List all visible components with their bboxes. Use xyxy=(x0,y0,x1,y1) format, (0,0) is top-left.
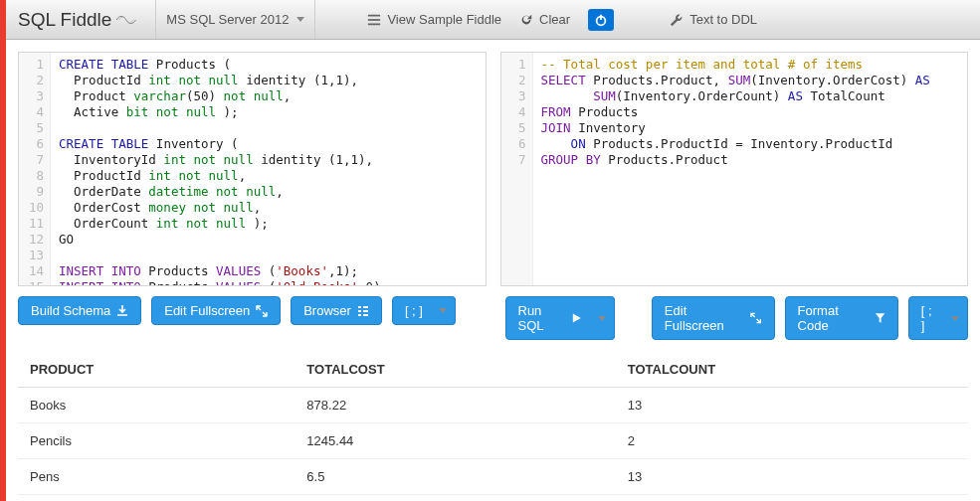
brand[interactable]: SQL Fiddle xyxy=(18,9,139,31)
schema-terminator-caret[interactable] xyxy=(431,296,456,325)
svg-rect-6 xyxy=(363,306,368,308)
clear-button[interactable]: Clear xyxy=(519,12,570,27)
refresh-icon xyxy=(519,13,533,27)
query-terminator-button[interactable]: [ ; ] xyxy=(908,296,968,340)
db-engine-label: MS SQL Server 2012 xyxy=(166,12,289,27)
table-cell: Books xyxy=(18,388,294,423)
brand-swirl-icon xyxy=(115,12,139,28)
schema-gutter: 123456789101112131415161718 xyxy=(19,53,51,285)
chevron-down-icon xyxy=(951,316,959,321)
table-cell: 878.22 xyxy=(294,388,615,423)
expand-icon xyxy=(256,305,268,317)
format-code-button[interactable]: Format Code xyxy=(785,296,898,340)
svg-rect-0 xyxy=(368,14,380,16)
browser-button[interactable]: Browser xyxy=(291,296,382,325)
play-icon xyxy=(571,312,582,324)
view-sample-fiddle-button[interactable]: View Sample Fiddle xyxy=(367,12,501,27)
table-cell: Pens xyxy=(18,459,294,495)
query-editor[interactable]: 1234567 -- Total cost per item and total… xyxy=(500,52,969,286)
db-engine-select[interactable]: MS SQL Server 2012 xyxy=(155,0,315,39)
run-sql-caret[interactable] xyxy=(590,296,615,340)
view-sample-label: View Sample Fiddle xyxy=(387,12,501,27)
table-cell: Pencils xyxy=(18,423,294,459)
schema-terminator-label: [ ; ] xyxy=(405,303,423,318)
query-button-row: Run SQL Edit Fullscreen Format Code [ ; … xyxy=(493,292,981,352)
svg-rect-9 xyxy=(358,314,361,316)
download-icon xyxy=(116,305,128,317)
edit-fullscreen-right-button[interactable]: Edit Fullscreen xyxy=(652,296,775,340)
chevron-down-icon xyxy=(598,316,606,321)
run-sql-label: Run SQL xyxy=(518,303,566,333)
build-schema-label: Build Schema xyxy=(31,303,110,318)
svg-rect-8 xyxy=(363,310,368,312)
schema-button-row: Build Schema Edit Fullscreen Browser [ ;… xyxy=(6,292,493,337)
table-cell: 13 xyxy=(616,459,968,495)
query-terminator-caret[interactable] xyxy=(943,296,968,340)
build-schema-button[interactable]: Build Schema xyxy=(18,296,141,325)
edit-fullscreen-left-label: Edit Fullscreen xyxy=(164,303,250,318)
results-column-header: PRODUCT xyxy=(18,352,294,388)
left-accent-stripe xyxy=(0,0,6,495)
schema-editor[interactable]: 123456789101112131415161718 CREATE TABLE… xyxy=(18,52,487,286)
svg-rect-7 xyxy=(358,310,361,312)
table-cell: 13 xyxy=(616,388,968,423)
table-row: Pencils1245.442 xyxy=(18,423,968,459)
list-icon xyxy=(367,13,381,27)
run-sql-button[interactable]: Run SQL xyxy=(505,296,615,340)
table-row: Pens6.513 xyxy=(18,459,968,495)
query-gutter: 1234567 xyxy=(501,53,533,285)
expand-icon xyxy=(750,312,761,324)
table-cell: 1245.44 xyxy=(294,423,615,459)
svg-rect-1 xyxy=(368,19,380,21)
wrench-icon xyxy=(670,13,684,27)
query-code[interactable]: -- Total cost per item and total # of it… xyxy=(537,53,968,168)
svg-rect-10 xyxy=(363,314,368,316)
brand-text: SQL Fiddle xyxy=(18,9,111,31)
edit-fullscreen-right-label: Edit Fullscreen xyxy=(665,303,745,333)
edit-fullscreen-left-button[interactable]: Edit Fullscreen xyxy=(151,296,281,325)
browser-label: Browser xyxy=(303,303,351,318)
filter-icon xyxy=(875,312,885,324)
results-column-header: TOTALCOUNT xyxy=(616,352,968,388)
table-cell: 2 xyxy=(616,423,968,459)
schema-code[interactable]: CREATE TABLE Products ( ProductId int no… xyxy=(55,53,486,286)
clear-label: Clear xyxy=(539,12,570,27)
results-column-header: TOTALCOST xyxy=(294,352,615,388)
results-table: PRODUCTTOTALCOSTTOTALCOUNT Books878.2213… xyxy=(18,352,968,495)
chevron-down-icon xyxy=(439,308,447,313)
schema-terminator-button[interactable]: [ ; ] xyxy=(392,296,456,325)
svg-rect-2 xyxy=(368,23,380,25)
results-header-row: PRODUCTTOTALCOSTTOTALCOUNT xyxy=(18,352,968,388)
text-to-ddl-label: Text to DDL xyxy=(689,12,757,27)
query-terminator-label: [ ; ] xyxy=(921,303,935,333)
svg-rect-5 xyxy=(358,306,361,308)
top-toolbar: SQL Fiddle MS SQL Server 2012 View Sampl… xyxy=(6,0,980,40)
power-button[interactable] xyxy=(588,9,614,31)
power-icon xyxy=(594,13,608,27)
table-row: Books878.2213 xyxy=(18,388,968,423)
text-to-ddl-button[interactable]: Text to DDL xyxy=(670,12,757,27)
table-cell: 6.5 xyxy=(294,459,615,495)
chevron-down-icon xyxy=(296,17,304,22)
tree-icon xyxy=(357,305,369,317)
format-code-label: Format Code xyxy=(798,303,869,333)
editors-row: 123456789101112131415161718 CREATE TABLE… xyxy=(6,40,980,292)
